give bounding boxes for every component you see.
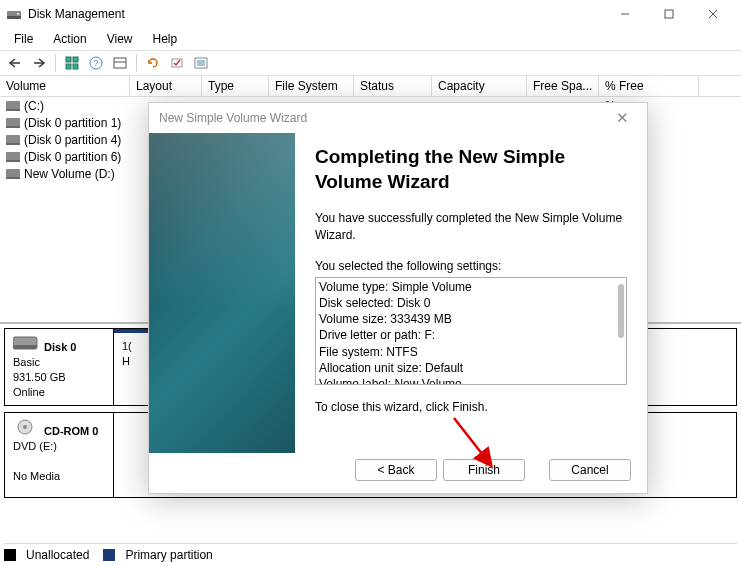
menu-file[interactable]: File: [4, 30, 43, 48]
settings-scrollbar[interactable]: [618, 284, 624, 338]
wizard-cancel-button[interactable]: Cancel: [549, 459, 631, 481]
toolbar-commit-icon[interactable]: [166, 52, 188, 74]
menubar: File Action View Help: [0, 28, 741, 50]
toolbar-refresh-icon[interactable]: [142, 52, 164, 74]
disk0-type: Basic: [13, 356, 40, 368]
menu-help[interactable]: Help: [143, 30, 188, 48]
nav-back-button[interactable]: [4, 52, 26, 74]
svg-rect-12: [73, 64, 78, 69]
toolbar-list-icon[interactable]: [190, 52, 212, 74]
toolbar: ?: [0, 50, 741, 76]
svg-rect-11: [66, 64, 71, 69]
svg-rect-15: [114, 58, 126, 68]
legend-unallocated-swatch: [4, 549, 16, 561]
wizard-heading: Completing the New Simple Volume Wizard: [315, 145, 627, 194]
toolbar-help-icon[interactable]: ?: [85, 52, 107, 74]
svg-rect-9: [66, 57, 71, 62]
cdrom-title: CD-ROM 0: [44, 425, 98, 437]
menu-action[interactable]: Action: [43, 30, 96, 48]
col-filesystem[interactable]: File System: [269, 76, 354, 96]
legend-primary-swatch: [103, 549, 115, 561]
listview-header[interactable]: Volume Layout Type File System Status Ca…: [0, 76, 741, 97]
wizard-finish-button[interactable]: Finish: [443, 459, 525, 481]
col-status[interactable]: Status: [354, 76, 432, 96]
wizard-back-button[interactable]: < Back: [355, 459, 437, 481]
wizard-close-button[interactable]: ✕: [607, 103, 637, 133]
cdrom-path: DVD (E:): [13, 440, 57, 452]
disk0-status: Online: [13, 386, 45, 398]
wizard-side-banner: [149, 133, 295, 453]
col-type[interactable]: Type: [202, 76, 269, 96]
wizard-settings-list[interactable]: Volume type: Simple VolumeDisk selected:…: [315, 277, 627, 385]
legend-unallocated: Unallocated: [26, 548, 89, 562]
cdrom-icon: [13, 419, 41, 435]
toolbar-grid-icon[interactable]: [61, 52, 83, 74]
cdrom-status: No Media: [13, 470, 60, 482]
titlebar: Disk Management: [0, 0, 741, 28]
disk-icon: [13, 335, 41, 351]
col-capacity[interactable]: Capacity: [432, 76, 527, 96]
col-volume[interactable]: Volume: [0, 76, 130, 96]
wizard-selected-text: You selected the following settings:: [315, 258, 627, 275]
wizard-close-hint: To close this wizard, click Finish.: [315, 399, 627, 416]
legend: Unallocated Primary partition: [4, 543, 737, 562]
svg-point-25: [23, 425, 27, 429]
disk0-title: Disk 0: [44, 341, 76, 353]
legend-primary: Primary partition: [125, 548, 212, 562]
svg-rect-10: [73, 57, 78, 62]
minimize-button[interactable]: [603, 0, 647, 28]
svg-rect-23: [13, 345, 37, 349]
close-button[interactable]: [691, 0, 735, 28]
col-freespace[interactable]: Free Spa...: [527, 76, 599, 96]
wizard-completed-text: You have successfully completed the New …: [315, 210, 627, 244]
col-layout[interactable]: Layout: [130, 76, 202, 96]
col-percentfree[interactable]: % Free: [599, 76, 699, 96]
wizard-title: New Simple Volume Wizard: [159, 111, 307, 125]
window-title: Disk Management: [28, 7, 125, 21]
disk0-info: Disk 0 Basic 931.50 GB Online: [4, 328, 114, 406]
wizard-dialog: New Simple Volume Wizard ✕ Completing th…: [148, 102, 648, 494]
cdrom-info: CD-ROM 0 DVD (E:) No Media: [4, 412, 114, 498]
app-icon: [6, 6, 22, 22]
menu-view[interactable]: View: [97, 30, 143, 48]
svg-point-2: [17, 13, 19, 15]
svg-rect-4: [665, 10, 673, 18]
toolbar-panel-icon[interactable]: [109, 52, 131, 74]
disk0-size: 931.50 GB: [13, 371, 66, 383]
svg-text:?: ?: [93, 58, 98, 68]
nav-forward-button[interactable]: [28, 52, 50, 74]
svg-rect-1: [7, 16, 21, 19]
maximize-button[interactable]: [647, 0, 691, 28]
